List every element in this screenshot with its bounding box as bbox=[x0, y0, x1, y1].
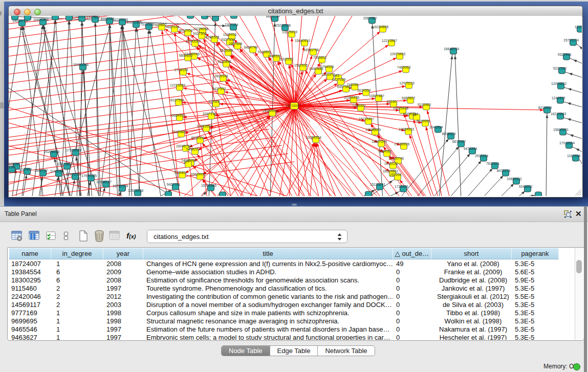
svg-text:18724007: 18724007 bbox=[286, 104, 301, 107]
svg-text:17016504: 17016504 bbox=[559, 141, 575, 145]
svg-text:8215938: 8215938 bbox=[538, 106, 552, 110]
svg-text:9474444: 9474444 bbox=[464, 147, 477, 150]
svg-text:16033809: 16033809 bbox=[206, 16, 221, 17]
svg-text:15692971: 15692971 bbox=[553, 128, 569, 132]
svg-text:20053346: 20053346 bbox=[73, 63, 89, 67]
svg-text:9084067: 9084067 bbox=[378, 149, 392, 153]
svg-text:1167534: 1167534 bbox=[567, 154, 580, 158]
svg-text:1640954: 1640954 bbox=[429, 125, 443, 129]
svg-text:17359928: 17359928 bbox=[66, 148, 81, 152]
svg-text:9463627: 9463627 bbox=[402, 96, 416, 100]
svg-text:8471676: 8471676 bbox=[497, 169, 511, 172]
svg-text:9660124: 9660124 bbox=[166, 25, 180, 29]
svg-text:16154808: 16154808 bbox=[373, 25, 388, 29]
svg-text:8454749: 8454749 bbox=[244, 46, 258, 49]
svg-text:9327503: 9327503 bbox=[193, 32, 207, 35]
svg-text:10807487: 10807487 bbox=[369, 94, 384, 98]
svg-text:12353594: 12353594 bbox=[197, 124, 212, 128]
svg-text:10958107: 10958107 bbox=[96, 180, 112, 184]
svg-text:5498222: 5498222 bbox=[186, 147, 200, 151]
svg-text:9329966: 9329966 bbox=[558, 53, 572, 56]
svg-text:17957225: 17957225 bbox=[81, 174, 97, 178]
svg-text:20206556: 20206556 bbox=[44, 150, 59, 154]
svg-text:25300203: 25300203 bbox=[263, 109, 278, 113]
svg-text:6679197: 6679197 bbox=[452, 140, 466, 143]
svg-text:20364436: 20364436 bbox=[344, 96, 359, 99]
svg-text:3675685: 3675685 bbox=[220, 49, 233, 52]
svg-text:16961758: 16961758 bbox=[303, 48, 319, 52]
svg-text:2867608: 2867608 bbox=[229, 42, 243, 46]
svg-text:13325419: 13325419 bbox=[282, 30, 297, 34]
svg-text:16210643: 16210643 bbox=[551, 112, 566, 116]
svg-text:19756928: 19756928 bbox=[394, 142, 409, 146]
svg-text:1244415: 1244415 bbox=[552, 96, 565, 100]
svg-text:1527602: 1527602 bbox=[86, 16, 100, 19]
svg-text:15716485: 15716485 bbox=[201, 184, 216, 187]
svg-text:19384554: 19384554 bbox=[306, 136, 321, 139]
svg-text:1546416: 1546416 bbox=[223, 33, 237, 36]
svg-text:2935114: 2935114 bbox=[475, 154, 488, 158]
svg-text:19654923: 19654923 bbox=[399, 127, 414, 131]
svg-text:19654925: 19654925 bbox=[170, 114, 185, 117]
svg-text:23226058: 23226058 bbox=[193, 27, 208, 31]
svg-text:12905135: 12905135 bbox=[66, 172, 81, 176]
svg-text:10025438: 10025438 bbox=[393, 106, 408, 110]
svg-text:14055714: 14055714 bbox=[12, 19, 28, 23]
svg-text:7485063: 7485063 bbox=[397, 65, 411, 69]
svg-text:417006: 417006 bbox=[208, 100, 220, 103]
svg-text:15720407: 15720407 bbox=[359, 117, 374, 121]
svg-text:8912954: 8912954 bbox=[179, 29, 193, 32]
svg-text:7386322: 7386322 bbox=[352, 104, 366, 107]
svg-text:10975867: 10975867 bbox=[57, 162, 73, 166]
svg-text:10688609: 10688609 bbox=[365, 128, 381, 132]
svg-text:2942737: 2942737 bbox=[34, 169, 48, 172]
svg-text:5322037: 5322037 bbox=[280, 57, 294, 61]
svg-text:3624554: 3624554 bbox=[357, 89, 371, 92]
svg-text:8427552: 8427552 bbox=[212, 87, 226, 91]
svg-text:12213967: 12213967 bbox=[382, 39, 397, 42]
svg-text:1588520: 1588520 bbox=[268, 54, 281, 58]
svg-text:16107554: 16107554 bbox=[169, 98, 184, 102]
svg-text:9245652: 9245652 bbox=[519, 185, 533, 188]
svg-text:7663822: 7663822 bbox=[153, 23, 167, 27]
svg-text:12213369: 12213369 bbox=[170, 83, 185, 87]
svg-text:6794028: 6794028 bbox=[320, 65, 334, 69]
svg-text:2087682: 2087682 bbox=[363, 16, 377, 20]
svg-text:9242848: 9242848 bbox=[217, 60, 231, 63]
svg-text:12975115: 12975115 bbox=[399, 81, 415, 85]
svg-text:19218506: 19218506 bbox=[275, 24, 291, 27]
svg-text:746266: 746266 bbox=[347, 83, 359, 86]
svg-text:84: 84 bbox=[412, 113, 417, 117]
svg-text:2803144: 2803144 bbox=[214, 74, 228, 78]
svg-text:10671355: 10671355 bbox=[126, 20, 142, 24]
svg-text:9777169: 9777169 bbox=[332, 78, 346, 81]
svg-text:1145194: 1145194 bbox=[50, 169, 63, 173]
svg-text:12093872: 12093872 bbox=[551, 82, 567, 85]
svg-text:7515526: 7515526 bbox=[140, 23, 154, 26]
svg-text:7955812: 7955812 bbox=[313, 56, 327, 59]
svg-text:345: 345 bbox=[333, 74, 339, 77]
svg-text:9890612: 9890612 bbox=[179, 54, 193, 57]
svg-text:127: 127 bbox=[183, 160, 189, 164]
svg-text:7357224: 7357224 bbox=[225, 23, 238, 27]
svg-text:10654112: 10654112 bbox=[507, 177, 522, 181]
svg-text:16648784: 16648784 bbox=[444, 47, 459, 51]
svg-text:19166827: 19166827 bbox=[171, 130, 187, 134]
svg-text:10973493: 10973493 bbox=[390, 52, 405, 56]
svg-text:9146821: 9146821 bbox=[258, 50, 272, 54]
svg-text:1733426: 1733426 bbox=[395, 185, 408, 188]
svg-text:15640910: 15640910 bbox=[295, 39, 310, 42]
svg-text:9699695: 9699695 bbox=[417, 119, 430, 123]
svg-text:7632621: 7632621 bbox=[486, 162, 500, 165]
svg-text:1562615: 1562615 bbox=[294, 63, 308, 67]
svg-text:1615132: 1615132 bbox=[384, 162, 398, 165]
svg-text:1112: 1112 bbox=[575, 25, 582, 29]
svg-text:10719155: 10719155 bbox=[113, 18, 128, 21]
svg-text:15136141: 15136141 bbox=[370, 183, 385, 186]
svg-text:10653267: 10653267 bbox=[72, 16, 88, 18]
svg-text:252254: 252254 bbox=[390, 173, 402, 177]
svg-text:9327508: 9327508 bbox=[221, 38, 235, 41]
svg-text:16120746: 16120746 bbox=[388, 157, 404, 160]
svg-text:9115460: 9115460 bbox=[418, 103, 431, 106]
svg-text:7625402: 7625402 bbox=[173, 171, 187, 174]
